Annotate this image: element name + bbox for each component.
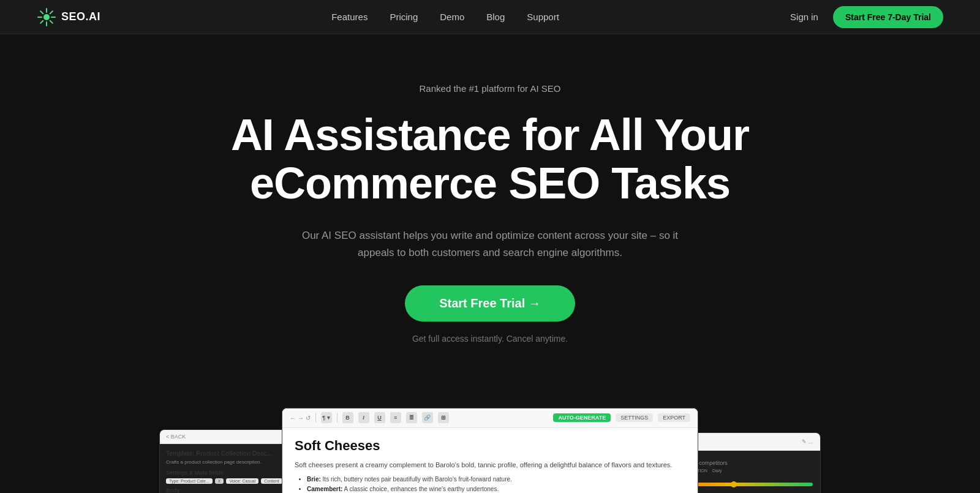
editor-heading: Soft Cheeses bbox=[295, 438, 685, 454]
hero-title: AI Assistance for All Your eCommerce SEO… bbox=[231, 111, 749, 208]
svg-point-0 bbox=[43, 14, 50, 20]
toolbar-list2: ≣ bbox=[406, 412, 417, 423]
type-tags: Type: Product Cate... X Voice: Casual Co… bbox=[166, 478, 300, 484]
hero-trial-button[interactable]: Start Free Trial → bbox=[405, 285, 575, 322]
hero-badge: Ranked the #1 platform for AI SEO bbox=[420, 83, 561, 94]
tab-daily[interactable]: Daily bbox=[712, 469, 722, 473]
toolbar-underline: U bbox=[374, 412, 385, 423]
toolbar-paragraph: ¶ ▾ bbox=[321, 412, 332, 423]
template-title: Template: Product Collection Desc... bbox=[166, 450, 300, 457]
navbar: SEO.AI Features Pricing Demo Blog Suppor… bbox=[0, 0, 980, 34]
hero-subtitle: Our AI SEO assistant helps you write and… bbox=[294, 227, 686, 260]
nav-blog[interactable]: Blog bbox=[486, 12, 505, 22]
toolbar-italic: I bbox=[358, 412, 369, 423]
sign-in-link[interactable]: Sign in bbox=[790, 12, 818, 22]
toolbar-bold: B bbox=[342, 412, 353, 423]
logo-icon bbox=[37, 7, 56, 27]
preview-section: < BACK Template: Product Collection Desc… bbox=[0, 405, 980, 493]
toolbar-sep1 bbox=[315, 413, 316, 423]
toolbar-sep2 bbox=[337, 413, 337, 423]
svg-line-8 bbox=[40, 20, 43, 23]
nav-support[interactable]: Support bbox=[527, 12, 559, 22]
editor-toolbar: ← → ↺ ¶ ▾ B I U ≡ ≣ 🔗 ⊞ AUTO-GENERATE SE… bbox=[282, 408, 698, 428]
svg-line-7 bbox=[50, 11, 53, 13]
editor-content: Soft Cheeses Soft cheeses present a crea… bbox=[282, 428, 698, 493]
settings-label: Settings & Meta fields bbox=[166, 470, 300, 476]
toolbar-arrows: ← → ↺ bbox=[290, 415, 311, 421]
toolbar-auto-generate[interactable]: AUTO-GENERATE bbox=[553, 413, 611, 422]
hero-title-line2: eCommerce SEO Tasks bbox=[250, 159, 730, 208]
hero-title-line1: AI Assistance for All Your bbox=[231, 110, 749, 159]
editor-list: Brie: Its rich, buttery notes pair beaut… bbox=[295, 475, 685, 493]
toolbar-link: 🔗 bbox=[422, 412, 433, 423]
body-label: Body bbox=[166, 487, 300, 493]
hero-section: Ranked the #1 platform for AI SEO AI Ass… bbox=[0, 34, 980, 405]
toolbar-export[interactable]: EXPORT bbox=[658, 413, 690, 422]
voice-tag: Voice: Casual bbox=[226, 478, 258, 484]
list-item-brie: Brie: Its rich, buttery notes pair beaut… bbox=[307, 475, 685, 484]
center-preview-panel: ← → ↺ ¶ ▾ B I U ≡ ≣ 🔗 ⊞ AUTO-GENERATE SE… bbox=[282, 408, 698, 493]
progress-indicator bbox=[731, 481, 737, 487]
navbar-actions: Sign in Start Free 7-Day Trial bbox=[790, 6, 943, 28]
template-sub: Crafts a product collection page descrip… bbox=[166, 459, 300, 465]
content-tag: Content bbox=[261, 478, 282, 484]
toolbar-settings[interactable]: SETTINGS bbox=[616, 413, 653, 422]
toolbar-list1: ≡ bbox=[390, 412, 401, 423]
hero-note: Get full access instantly. Cancel anytim… bbox=[412, 334, 568, 344]
right-edit-icon: ✎ ... bbox=[802, 438, 813, 445]
nav-links: Features Pricing Demo Blog Support bbox=[331, 12, 559, 22]
nav-demo[interactable]: Demo bbox=[440, 12, 464, 22]
brand-name: SEO.AI bbox=[61, 10, 100, 23]
editor-para1: Soft cheeses present a creamy complement… bbox=[295, 460, 685, 470]
nav-trial-button[interactable]: Start Free 7-Day Trial bbox=[833, 6, 943, 28]
type-tag: Type: Product Cate... bbox=[166, 478, 213, 484]
x-tag: X bbox=[215, 478, 224, 484]
svg-line-6 bbox=[50, 20, 53, 23]
toolbar-table: ⊞ bbox=[438, 412, 449, 423]
nav-pricing[interactable]: Pricing bbox=[390, 12, 418, 22]
list-item-camembert: Camembert: A classic choice, enhances th… bbox=[307, 484, 685, 493]
nav-features[interactable]: Features bbox=[331, 12, 368, 22]
svg-line-5 bbox=[40, 11, 43, 13]
logo-area: SEO.AI bbox=[37, 7, 100, 27]
